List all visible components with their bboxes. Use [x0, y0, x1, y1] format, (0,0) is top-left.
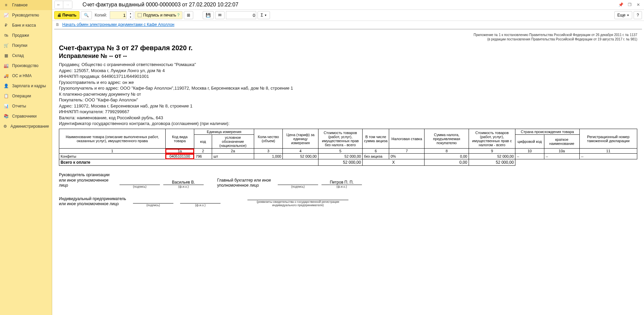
total-empty: [515, 159, 637, 166]
maximize-button[interactable]: ❐: [626, 1, 633, 8]
sidebar-item-refs[interactable]: 📚Справочники: [0, 111, 52, 121]
sig-ip-label: Индивидуальный предприниматель или иное …: [59, 196, 126, 207]
th-vat: Сумма налога, предъявляемая покупателю: [425, 129, 469, 149]
th-cost-novat: Стоимость товаров (работ, услуг), имущес…: [318, 129, 363, 149]
th-price: Цена (тариф) за единицу измерения: [283, 129, 318, 149]
colnum: 7: [389, 149, 425, 154]
colnum: 2: [194, 149, 212, 154]
sidebar-item-warehouse[interactable]: ▦Склад: [0, 51, 52, 61]
colnum: 10а: [544, 149, 579, 154]
sidebar-label: ОС и НМА: [12, 73, 32, 78]
cell[interactable]: шт: [212, 154, 254, 159]
copies-spinner[interactable]: ▲▼: [128, 11, 133, 19]
colnum: 1: [59, 149, 166, 154]
preview-button[interactable]: 🔍: [81, 11, 92, 19]
colnum: 6: [363, 149, 389, 154]
pin-icon: 📌: [618, 2, 623, 7]
sig-name: Васильев В.: [163, 180, 204, 185]
sidebar-item-main[interactable]: ≡Главное: [0, 0, 52, 10]
journal-icon: 📋: [3, 93, 9, 99]
colnum: 5: [318, 149, 363, 154]
cell[interactable]: --: [579, 154, 637, 159]
sidebar-item-hr[interactable]: 👤Зарплата и кадры: [0, 81, 52, 91]
exchange-link-row: 🗎 Начать обмен электронными документами …: [52, 21, 644, 28]
printer-icon: 🖨: [57, 13, 61, 18]
cell[interactable]: 0,00: [425, 154, 469, 159]
forward-button[interactable]: →: [63, 1, 72, 8]
close-button[interactable]: ✕: [635, 1, 642, 8]
sidebar-item-production[interactable]: 🏭Производство: [0, 61, 52, 71]
total-x: X: [363, 159, 425, 166]
sum-input[interactable]: [226, 11, 256, 19]
colnum: 4: [283, 149, 318, 154]
buyer-addr-line: Адрес: 119072, Москва г, Берсеневская на…: [59, 103, 637, 109]
sig-acc: Главный бухгалтер или иное уполномоченно…: [217, 172, 362, 188]
factory-icon: 🏭: [3, 63, 9, 68]
th-country-name: краткое наименование: [544, 135, 579, 149]
email-button[interactable]: ✉: [215, 11, 225, 19]
copies-input[interactable]: [110, 11, 127, 19]
person-icon: 👤: [3, 83, 9, 89]
cell[interactable]: 52 000,00: [469, 154, 515, 159]
more-button[interactable]: Еще ▼: [614, 11, 633, 19]
sidebar-item-operations[interactable]: 📋Операции: [0, 91, 52, 101]
th-code: Код вида товара: [165, 129, 194, 149]
print-button[interactable]: 🖨 Печать: [54, 11, 79, 19]
sidebar-item-admin[interactable]: ⚙Администрирование: [0, 121, 52, 131]
cell[interactable]: 52 000,00: [283, 154, 318, 159]
cell[interactable]: 52 000,00: [318, 154, 363, 159]
nav-group: ← →: [54, 1, 72, 9]
sidebar-item-manager[interactable]: 📈Руководителю: [0, 10, 52, 20]
sidebar-item-sales[interactable]: 🛍Продажи: [0, 30, 52, 40]
sidebar-label: Банк и касса: [12, 23, 36, 28]
table-row: Конфеты 0405101100 796 шт 1,000 52 000,0…: [59, 154, 637, 159]
sum-button[interactable]: Σ ▼: [258, 11, 270, 19]
table-button[interactable]: ⊞: [184, 11, 193, 19]
gear-icon: ⚙: [3, 124, 7, 129]
arrow-right-icon: →: [66, 2, 70, 7]
truck-icon: 🚚: [3, 73, 9, 78]
document-title: Счет-фактура выданный 0000-0000003 от 27…: [82, 2, 616, 8]
more-label: Еще: [617, 13, 625, 18]
sig-line-wide: [247, 195, 348, 200]
sidebar-item-reports[interactable]: 📊Отчеты: [0, 101, 52, 111]
total-row: Всего к оплате 52 000,00 X 0,00 52 000,0…: [59, 159, 637, 166]
cell[interactable]: 0%: [389, 154, 425, 159]
sidebar-item-bank[interactable]: ₽Банк и касса: [0, 20, 52, 30]
document-content: Приложение № 1 к постановлению Правитель…: [54, 29, 642, 315]
cell[interactable]: --: [544, 154, 579, 159]
print-label: Печать: [62, 13, 76, 18]
question-icon: ?: [637, 13, 639, 18]
main-area: ← → Счет-фактура выданный 0000-0000003 о…: [52, 0, 644, 315]
sidebar-item-assets[interactable]: 🚚ОС и НМА: [0, 71, 52, 81]
cell[interactable]: без акциза: [363, 154, 389, 159]
document-icon: 🗎: [56, 22, 60, 27]
invoice-table: Наименование товара (описание выполненны…: [59, 129, 637, 166]
cell[interactable]: --: [515, 154, 544, 159]
cell-code-highlighted[interactable]: 0405101100: [165, 154, 194, 159]
colnum: 3: [254, 149, 283, 154]
sig-sub: (подпись): [133, 185, 146, 188]
th-excise: В том числе сумма акциза: [363, 129, 389, 149]
exchange-link[interactable]: Начать обмен электронными документами с …: [62, 22, 174, 27]
cell[interactable]: 1,000: [254, 154, 283, 159]
help-button[interactable]: ?: [634, 11, 642, 19]
shipper-line: Грузоотправитель и его адрес: он же: [59, 80, 637, 86]
sigma-icon: Σ: [261, 13, 263, 18]
save-button[interactable]: 💾: [203, 11, 214, 19]
checkbox-icon: [138, 13, 142, 17]
cell-name[interactable]: Конфеты: [59, 154, 166, 159]
signatures-block: Руководитель организации или иное уполно…: [59, 172, 637, 188]
cell[interactable]: 796: [194, 154, 212, 159]
addr-line: Адрес: 125057, Москва г, Луиджи Лонго ул…: [59, 68, 637, 74]
th-cost-vat: Стоимость товаров (работ, услуг), имущес…: [469, 129, 515, 149]
seller-line: Продавец: Общество с ограниченной ответс…: [59, 62, 637, 68]
sidebar-label: Покупки: [12, 43, 27, 48]
back-button[interactable]: ←: [55, 1, 63, 8]
sidebar-label: Администрирование: [10, 124, 49, 129]
sidebar-item-purchases[interactable]: 🛒Покупки: [0, 40, 52, 51]
sign-print-button[interactable]: Подпись и печать ?: [135, 11, 182, 19]
th-rate: Налоговая ставка: [389, 129, 425, 149]
pin-button[interactable]: 📌: [617, 1, 624, 8]
sidebar: ≡Главное 📈Руководителю ₽Банк и касса 🛍Пр…: [0, 0, 52, 315]
